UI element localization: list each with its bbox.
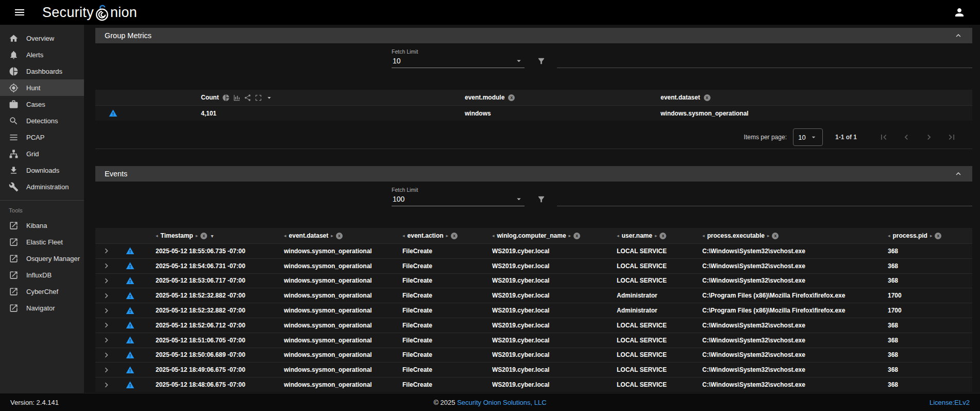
- event-row[interactable]: 2025-05-12 18:52:32.882 -07:00 windows.s…: [95, 303, 972, 318]
- event-action: FileCreate: [402, 248, 492, 255]
- remove-column-icon[interactable]: x: [935, 233, 941, 239]
- remove-column-icon[interactable]: x: [451, 233, 458, 239]
- sidebar-item-detections[interactable]: Detections: [0, 112, 84, 129]
- sort-descending-icon[interactable]: ▾: [211, 233, 213, 239]
- expand-row-icon[interactable]: [95, 365, 119, 375]
- gm-filter-input[interactable]: [557, 55, 972, 68]
- remove-column-icon[interactable]: x: [200, 233, 207, 239]
- move-column-left-icon[interactable]: ◂: [617, 234, 619, 238]
- gm-filter-icon[interactable]: [537, 57, 546, 65]
- expand-row-icon[interactable]: [95, 335, 119, 345]
- expand-row-icon[interactable]: [95, 291, 119, 301]
- items-per-page-select[interactable]: 10: [793, 128, 823, 146]
- company-link[interactable]: Security Onion Solutions, LLC: [457, 399, 546, 406]
- expand-row-icon[interactable]: [95, 261, 119, 271]
- remove-column-icon[interactable]: x: [573, 233, 580, 239]
- sidebar-item-overview[interactable]: Overview: [0, 30, 84, 46]
- sidebar-item-elastic-fleet[interactable]: Elastic Fleet: [0, 234, 84, 250]
- move-column-left-icon[interactable]: ◂: [492, 234, 495, 238]
- move-column-left-icon[interactable]: ◂: [284, 234, 286, 238]
- events-fetch-limit-select[interactable]: Fetch Limit 100: [392, 187, 525, 206]
- first-page-icon[interactable]: [878, 132, 889, 142]
- sidebar-item-kibana[interactable]: Kibana: [0, 217, 84, 234]
- event-row[interactable]: 2025-05-12 18:53:06.717 -07:00 windows.s…: [95, 273, 972, 288]
- move-column-right-icon[interactable]: ▸: [196, 234, 198, 238]
- group-metrics-title: Group Metrics: [105, 31, 151, 40]
- move-column-left-icon[interactable]: ◂: [156, 234, 158, 238]
- remove-column-icon[interactable]: x: [508, 94, 515, 101]
- expand-row-icon[interactable]: [95, 246, 119, 256]
- group-metrics-panel-header[interactable]: Group Metrics: [95, 28, 972, 43]
- sidebar-item-label: InfluxDB: [26, 271, 52, 279]
- move-column-right-icon[interactable]: ▸: [569, 234, 571, 238]
- network-icon: [9, 149, 19, 159]
- expand-row-icon[interactable]: [95, 350, 119, 360]
- move-column-right-icon[interactable]: ▸: [446, 234, 449, 238]
- last-page-icon[interactable]: [947, 132, 957, 142]
- search-icon: [9, 116, 19, 126]
- count-sort-caret-icon[interactable]: [265, 94, 273, 102]
- collapse-panel-icon[interactable]: [954, 169, 963, 178]
- sankey-toggle-icon[interactable]: [244, 94, 251, 102]
- event-row[interactable]: 2025-05-12 18:55:06.735 -07:00 windows.s…: [95, 243, 972, 258]
- event-row[interactable]: 2025-05-12 18:52:32.882 -07:00 windows.s…: [95, 288, 972, 303]
- hamburger-menu-icon[interactable]: [13, 6, 26, 19]
- event-row[interactable]: 2025-05-12 18:49:06.675 -07:00 windows.s…: [95, 362, 972, 377]
- user-account-icon[interactable]: [953, 6, 966, 19]
- events-filter-input[interactable]: [557, 193, 972, 206]
- sidebar-item-navigator[interactable]: Navigator: [0, 300, 84, 316]
- remove-column-icon[interactable]: x: [704, 94, 711, 101]
- remove-column-icon[interactable]: x: [336, 233, 343, 239]
- move-column-left-icon[interactable]: ◂: [888, 234, 890, 238]
- expand-chart-icon[interactable]: [255, 94, 262, 102]
- sidebar-item-cyberchef[interactable]: CyberChef: [0, 283, 84, 300]
- gm-fetch-limit-select[interactable]: Fetch Limit 10: [392, 48, 525, 68]
- collapse-panel-icon[interactable]: [954, 31, 963, 40]
- sidebar-item-osquery-manager[interactable]: Osquery Manager: [0, 250, 84, 267]
- remove-column-icon[interactable]: x: [772, 233, 779, 239]
- events-filter-icon[interactable]: [537, 195, 546, 204]
- move-column-right-icon[interactable]: ▸: [767, 234, 770, 238]
- move-column-right-icon[interactable]: ▸: [930, 234, 933, 238]
- sidebar-item-grid[interactable]: Grid: [0, 145, 84, 162]
- event-row[interactable]: 2025-05-12 18:50:06.689 -07:00 windows.s…: [95, 348, 972, 363]
- event-row[interactable]: 2025-05-12 18:51:06.705 -07:00 windows.s…: [95, 333, 972, 348]
- events-panel-header[interactable]: Events: [95, 166, 972, 182]
- previous-page-icon[interactable]: [901, 132, 911, 142]
- move-column-left-icon[interactable]: ◂: [402, 234, 405, 238]
- sidebar-item-downloads[interactable]: Downloads: [0, 162, 84, 178]
- sidebar-item-cases[interactable]: Cases: [0, 96, 84, 112]
- expand-row-icon[interactable]: [95, 320, 119, 330]
- expand-row-icon[interactable]: [95, 380, 119, 390]
- pie-chart-toggle-icon[interactable]: [222, 94, 230, 102]
- expand-row-icon[interactable]: [95, 306, 119, 316]
- sidebar-item-pcap[interactable]: PCAP: [0, 129, 84, 145]
- group-metrics-row[interactable]: 4,101 windows windows.sysmon_operational: [95, 105, 972, 121]
- event-row[interactable]: 2025-05-12 18:54:06.731 -07:00 windows.s…: [95, 258, 972, 273]
- event-timestamp: 2025-05-12 18:55:06.735 -07:00: [156, 248, 284, 255]
- sidebar-item-alerts[interactable]: Alerts: [0, 46, 84, 63]
- event-dataset: windows.sysmon_operational: [284, 248, 402, 255]
- expand-row-icon[interactable]: [95, 276, 119, 286]
- severity-warning-icon: [119, 336, 156, 344]
- event-action: FileCreate: [402, 366, 492, 373]
- external-link-icon: [9, 270, 19, 280]
- event-row[interactable]: 2025-05-12 18:52:06.712 -07:00 windows.s…: [95, 318, 972, 333]
- event-dataset: windows.sysmon_operational: [284, 366, 402, 373]
- event-dataset: windows.sysmon_operational: [284, 351, 402, 358]
- sidebar-item-influxdb[interactable]: InfluxDB: [0, 267, 84, 283]
- move-column-right-icon[interactable]: ▸: [331, 234, 333, 238]
- next-page-icon[interactable]: [924, 132, 934, 142]
- event-row[interactable]: 2025-05-12 18:48:06.675 -07:00 windows.s…: [95, 377, 972, 392]
- move-column-left-icon[interactable]: ◂: [702, 234, 705, 238]
- sidebar-item-hunt[interactable]: Hunt: [0, 79, 84, 96]
- bar-chart-toggle-icon[interactable]: [233, 94, 241, 102]
- group-metrics-table: Count event.module x event.dataset x: [95, 90, 972, 121]
- move-column-right-icon[interactable]: ▸: [655, 234, 657, 238]
- sidebar-item-dashboards[interactable]: Dashboards: [0, 63, 84, 79]
- sidebar-item-label: Grid: [26, 150, 39, 158]
- severity-warning-icon: [119, 291, 156, 300]
- remove-column-icon[interactable]: x: [660, 233, 666, 239]
- sidebar-item-administration[interactable]: Administration: [0, 178, 84, 195]
- license-link[interactable]: License:ELv2: [930, 399, 970, 406]
